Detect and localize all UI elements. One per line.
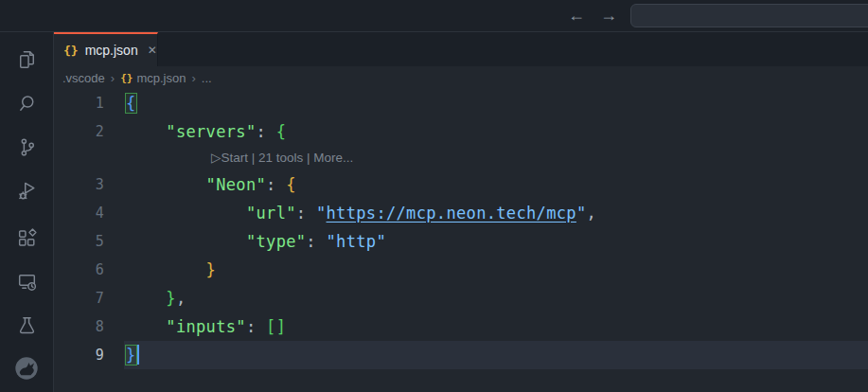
token: : (266, 175, 286, 194)
line-number[interactable]: 1 (54, 89, 104, 117)
coderabbit-icon[interactable] (0, 347, 53, 390)
activity-bar (0, 32, 54, 392)
token: "type" (246, 232, 306, 251)
token: : (296, 204, 316, 223)
breadcrumb: .vscode›{}mcp.json›... (54, 66, 868, 89)
token (126, 260, 206, 279)
codelens-action-more-[interactable]: More... (313, 151, 353, 165)
code-line-8[interactable]: 8 "inputs": [] (54, 312, 868, 341)
token: "Neon" (206, 175, 266, 194)
code-line-6[interactable]: 6 } (54, 256, 868, 284)
token: { (286, 175, 296, 194)
token: } (206, 260, 217, 279)
code-line-7[interactable]: 7 }, (54, 284, 868, 312)
token: "http" (327, 232, 386, 251)
code-line-2[interactable]: 2 "servers": { (54, 117, 868, 146)
code-text: "type": "http" (104, 232, 386, 251)
token: [] (266, 317, 286, 336)
breadcrumb-item[interactable]: {}mcp.json (120, 71, 186, 85)
token: " (316, 204, 327, 223)
token: } (166, 289, 176, 308)
json-file-icon: {} (63, 44, 79, 58)
token (126, 175, 206, 194)
line-number[interactable]: 5 (54, 227, 104, 256)
run-and-debug-icon[interactable] (0, 169, 53, 212)
text-cursor (137, 345, 139, 365)
code-text: { (104, 94, 136, 113)
token: , (176, 289, 186, 308)
tab-close-icon[interactable]: ✕ (148, 44, 157, 57)
search-icon[interactable] (0, 81, 53, 125)
token (126, 317, 166, 336)
breadcrumb-label: ... (202, 71, 212, 85)
token (126, 232, 246, 251)
codelens-separator: | (303, 151, 313, 165)
code-line-5[interactable]: 5 "type": "http" (54, 227, 868, 256)
token: " (576, 204, 587, 223)
line-number[interactable]: 7 (54, 284, 104, 312)
token: "inputs" (166, 317, 246, 336)
breadcrumb-item[interactable]: ... (202, 71, 212, 85)
line-number[interactable]: 8 (54, 312, 104, 341)
token: : (306, 232, 326, 251)
code-text: }, (104, 289, 186, 308)
code-line-9[interactable]: 9} (54, 341, 868, 369)
editor-group: {} mcp.json ✕ .vscode›{}mcp.json›... 1{2… (54, 32, 868, 392)
tab-bar: {} mcp.json ✕ (54, 32, 868, 66)
code-text: "servers": { (104, 122, 286, 141)
token (126, 289, 166, 308)
token (126, 204, 246, 223)
breadcrumb-label: .vscode (62, 71, 105, 85)
token: "servers" (166, 122, 256, 141)
command-center-search-box[interactable] (630, 4, 868, 27)
code-text: "Neon": { (104, 175, 296, 194)
code-text: } (104, 346, 139, 365)
token: : (246, 317, 266, 336)
back-arrow-icon[interactable]: ← (568, 6, 585, 26)
codelens: ▷Start | 21 tools | More... (54, 146, 868, 170)
token: : (257, 122, 276, 141)
token (126, 122, 166, 141)
codelens-separator: | (248, 151, 258, 165)
code-line-4[interactable]: 4 "url": "https://mcp.neon.tech/mcp", (54, 199, 868, 227)
code-text: "inputs": [] (104, 317, 286, 336)
token: , (586, 204, 596, 223)
remote-explorer-icon[interactable] (0, 259, 53, 303)
token: } (126, 346, 136, 365)
code-text: "url": "https://mcp.neon.tech/mcp", (104, 204, 596, 223)
breadcrumb-label: mcp.json (136, 71, 186, 85)
line-number[interactable]: 6 (54, 256, 104, 284)
breadcrumb-separator: › (111, 71, 115, 85)
line-number[interactable]: 4 (54, 199, 104, 227)
code-line-1[interactable]: 1{ (54, 89, 868, 117)
token: { (276, 122, 287, 141)
explorer-icon[interactable] (0, 38, 53, 81)
forward-arrow-icon[interactable]: → (600, 6, 617, 26)
line-number[interactable]: 3 (54, 170, 104, 199)
token: "url" (246, 204, 296, 223)
code-editor[interactable]: 1{2 "servers": {▷Start | 21 tools | More… (54, 89, 868, 392)
token: https://mcp.neon.tech/mcp (327, 204, 576, 223)
line-number[interactable]: 2 (54, 117, 104, 146)
json-file-icon: {} (120, 72, 133, 84)
title-bar: ← → (0, 0, 868, 32)
source-control-icon[interactable] (0, 125, 53, 169)
code-line-3[interactable]: 3 "Neon": { (54, 170, 868, 199)
line-number[interactable]: 9 (54, 341, 104, 369)
codelens-action-start[interactable]: ▷Start (211, 151, 248, 165)
history-navigation: ← → (568, 0, 617, 31)
breadcrumb-item[interactable]: .vscode (62, 71, 105, 85)
codelens-action-21-tools[interactable]: 21 tools (258, 151, 303, 165)
testing-icon[interactable] (0, 303, 53, 347)
token: { (126, 94, 136, 113)
extensions-icon[interactable] (0, 216, 53, 259)
tab-mcp-json[interactable]: {} mcp.json ✕ (54, 32, 158, 66)
code-text: } (104, 260, 216, 279)
breadcrumb-separator: › (191, 71, 195, 85)
tab-label: mcp.json (85, 43, 138, 58)
